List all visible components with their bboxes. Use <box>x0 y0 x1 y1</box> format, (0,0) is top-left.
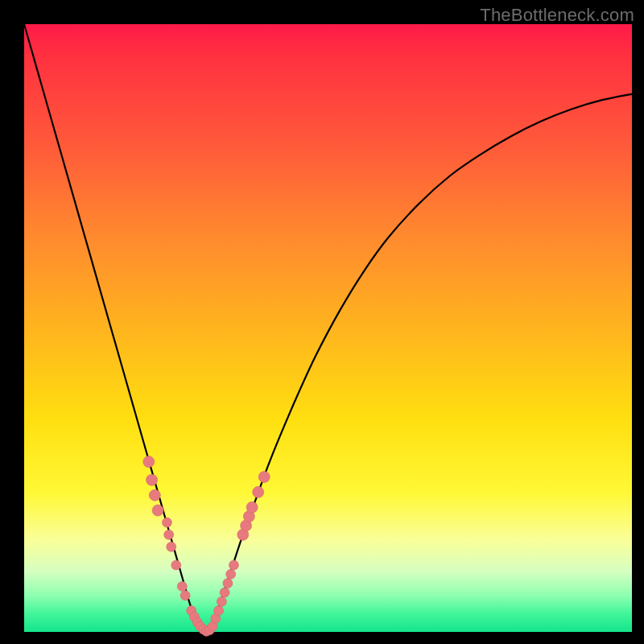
curve-marker <box>223 579 233 588</box>
curve-marker <box>164 530 174 539</box>
plot-area <box>24 24 632 632</box>
curve-marker <box>220 588 229 597</box>
curve-marker <box>171 560 181 570</box>
curve-marker <box>217 597 226 606</box>
curve-marker <box>162 518 171 527</box>
curve-marker <box>149 489 160 501</box>
chart-frame: TheBottleneck.com <box>0 0 644 644</box>
watermark-text: TheBottleneck.com <box>480 5 634 26</box>
curve-marker <box>167 542 176 551</box>
curve-marker <box>258 471 270 482</box>
curve-marker <box>226 569 236 579</box>
curve-marker <box>180 591 190 601</box>
curve-marker <box>253 486 264 497</box>
curve-marker <box>143 456 155 468</box>
bottleneck-curve <box>24 24 632 632</box>
curve-marker <box>246 502 258 513</box>
curve-marker <box>147 474 158 485</box>
curve-markers <box>143 456 270 637</box>
curve-marker <box>214 606 224 616</box>
curve-marker <box>177 581 187 591</box>
curve-marker <box>152 505 163 516</box>
curve-svg <box>24 24 632 632</box>
curve-marker <box>229 560 238 570</box>
